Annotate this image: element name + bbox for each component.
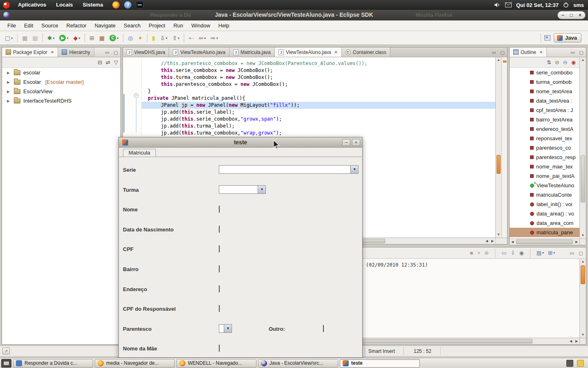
- tab-package-explorer[interactable]: Package Explor ✕: [2, 47, 58, 57]
- tree-item-escolar[interactable]: ▶Escolar [Escolar master]: [2, 77, 120, 87]
- scroll-down-icon[interactable]: ▼: [580, 332, 586, 338]
- sticky-notes-icon[interactable]: [577, 360, 584, 367]
- outline-vertical-scrollbar[interactable]: ▲ ▼: [579, 57, 586, 238]
- tab-hierarchy[interactable]: Hierarchy: [58, 47, 94, 57]
- outline-item-parentesco-co[interactable]: parentesco_co: [510, 143, 579, 153]
- previous-annotation-button[interactable]: ⇧▾: [170, 33, 182, 43]
- maximize-icon[interactable]: □: [570, 11, 573, 19]
- expand-arrow-icon[interactable]: ▶: [7, 99, 11, 103]
- next-annotation-button[interactable]: ⇩▾: [158, 33, 169, 43]
- outline-item-reponsavel-tex[interactable]: reponsavel_tex: [510, 134, 579, 143]
- back-button[interactable]: ⇦▾: [196, 33, 208, 43]
- scroll-left-icon[interactable]: ◀: [510, 239, 515, 245]
- outline-item-label-init-voi[interactable]: label_init() : voi: [510, 200, 579, 209]
- gnome-menu-sistema[interactable]: Sistema: [78, 0, 108, 10]
- hide-fields-button[interactable]: ⊘: [555, 59, 559, 65]
- expand-arrow-icon[interactable]: ▶: [7, 90, 11, 94]
- menu-project[interactable]: Project: [145, 20, 169, 31]
- outline-item-nome-pai-texta[interactable]: nome_pai_textA: [510, 171, 579, 181]
- close-tab-icon[interactable]: ✕: [334, 50, 338, 54]
- run-button[interactable]: ▶▾: [57, 33, 70, 43]
- fold-collapse-icon[interactable]: −: [134, 93, 138, 98]
- close-tab-icon[interactable]: ✕: [51, 50, 54, 54]
- collapse-all-button[interactable]: ⊟: [98, 59, 102, 65]
- taskbar-app-icon[interactable]: [1, 359, 11, 368]
- console-vertical-scrollbar[interactable]: ▲ ▼: [579, 259, 586, 338]
- outline-item-data-area-vo[interactable]: data_area() : vo: [510, 209, 579, 218]
- scrollbar-thumb[interactable]: [581, 265, 585, 284]
- taskbar-item-java-escolarview-src[interactable]: Java - EscolarView/src...: [258, 359, 338, 368]
- close-icon[interactable]: ×: [579, 11, 581, 19]
- editor-vertical-scrollbar[interactable]: ▲ ▼: [495, 57, 501, 238]
- scroll-right-icon[interactable]: ▶: [574, 239, 579, 245]
- new-package-button[interactable]: ▦: [97, 33, 107, 43]
- hide-static-members-button[interactable]: ⊖: [563, 59, 568, 65]
- outline-item-nome-textarea[interactable]: nome_textArea: [510, 87, 579, 96]
- combo-box[interactable]: ▼: [219, 165, 359, 174]
- distributor-logo-icon[interactable]: [3, 2, 10, 9]
- outline-item-viewtestealuno[interactable]: cViewTesteAluno: [510, 181, 579, 190]
- eclipse-titlebar[interactable]: Responder a Dú Java - EscolarView/src/Vi…: [0, 10, 588, 20]
- maximize-view-icon[interactable]: ▢: [113, 49, 119, 55]
- menu-navigate[interactable]: Navigate: [91, 20, 120, 31]
- maximize-view-icon[interactable]: ▢: [578, 250, 584, 256]
- menu-refactor[interactable]: Refactor: [62, 20, 91, 31]
- minimize-view-icon[interactable]: ▭: [569, 250, 575, 256]
- taskbar-item-media-navegador-de[interactable]: media - Navegador de...: [95, 359, 175, 368]
- outline-item-matriculaconte[interactable]: matriculaConte: [510, 190, 579, 200]
- editor-tab-matricula-java[interactable]: JMatricula.java: [229, 47, 275, 57]
- tree-item-interfacetesterdhs[interactable]: ▶InterfaceTesteRDHS: [2, 96, 120, 105]
- scroll-down-icon[interactable]: ▼: [496, 232, 501, 238]
- view-menu-button[interactable]: ▽: [114, 59, 118, 65]
- window-selector-icon[interactable]: [566, 360, 573, 367]
- minimize-view-icon[interactable]: ▭: [104, 49, 110, 55]
- outline-item-data-textarea[interactable]: data_textArea :: [510, 96, 579, 105]
- terminate-button[interactable]: ■: [470, 250, 473, 256]
- new-class-button[interactable]: C▾: [107, 33, 120, 43]
- gnome-menu-locais[interactable]: Locais: [51, 0, 78, 10]
- menu-edit[interactable]: Edit: [20, 20, 37, 31]
- scroll-left-icon[interactable]: ◀: [484, 238, 490, 244]
- print-button[interactable]: ▤: [30, 33, 40, 43]
- fast-view-button[interactable]: ↗: [2, 348, 10, 355]
- link-with-editor-button[interactable]: ⇄: [106, 59, 110, 65]
- scroll-down-icon[interactable]: ▼: [580, 233, 586, 238]
- expand-arrow-icon[interactable]: ▶: [7, 71, 11, 75]
- mark-occurrences-button[interactable]: ▮: [150, 33, 157, 43]
- firefox-launcher-icon[interactable]: [112, 1, 120, 9]
- save-button[interactable]: ▦: [20, 33, 29, 43]
- close-tab-icon[interactable]: ✕: [539, 50, 543, 54]
- outline-item-serie-combobo[interactable]: serie_combobo: [510, 68, 579, 77]
- help-launcher-icon[interactable]: ?: [124, 1, 131, 9]
- forward-button[interactable]: ⇨▾: [209, 33, 220, 43]
- taskbar-item-teste[interactable]: teste: [340, 359, 420, 368]
- scroll-lock-button[interactable]: ⇩: [511, 250, 515, 256]
- minimize-view-icon[interactable]: ▭: [491, 49, 497, 55]
- overview-ruler[interactable]: [501, 57, 507, 238]
- remove-all-launches-button[interactable]: ⊗: [484, 250, 489, 256]
- clear-console-button[interactable]: ▭: [501, 250, 506, 256]
- combo-arrow-button[interactable]: ▼: [224, 325, 232, 332]
- new-wizard-button[interactable]: ▢▾: [3, 33, 15, 43]
- editor-tab-container-class[interactable]: CContainer.class: [342, 47, 390, 57]
- terminal-launcher-icon[interactable]: [136, 1, 143, 9]
- scrollbar-thumb[interactable]: [581, 155, 585, 202]
- tree-item-escolarview[interactable]: ▶EscolarView: [2, 87, 120, 96]
- search-button[interactable]: ✦: [136, 33, 145, 43]
- last-edit-location-button[interactable]: ⇠: [187, 33, 196, 43]
- open-type-button[interactable]: ◎: [126, 33, 135, 43]
- outline-item-cpf-textarea-j[interactable]: cpf_textArea : J: [510, 105, 579, 115]
- display-selected-console-button[interactable]: ▤▾: [537, 250, 544, 256]
- menu-file[interactable]: File: [3, 20, 20, 31]
- new-java-project-button[interactable]: ⊞: [87, 33, 96, 43]
- outline-item-bairro-textarea[interactable]: bairro_textArea: [510, 115, 579, 124]
- tree-item-escolar[interactable]: ▶escolar: [2, 68, 120, 77]
- debug-button[interactable]: ✱▾: [45, 33, 57, 43]
- menu-help[interactable]: Help: [214, 20, 234, 31]
- menu-source[interactable]: Source: [37, 20, 62, 31]
- combo-box[interactable]: ▼: [219, 324, 232, 333]
- pin-console-button[interactable]: ◉: [519, 250, 523, 256]
- mail-icon[interactable]: [505, 2, 512, 7]
- minimize-icon[interactable]: −: [561, 11, 564, 19]
- combo-arrow-button[interactable]: ▼: [350, 166, 358, 173]
